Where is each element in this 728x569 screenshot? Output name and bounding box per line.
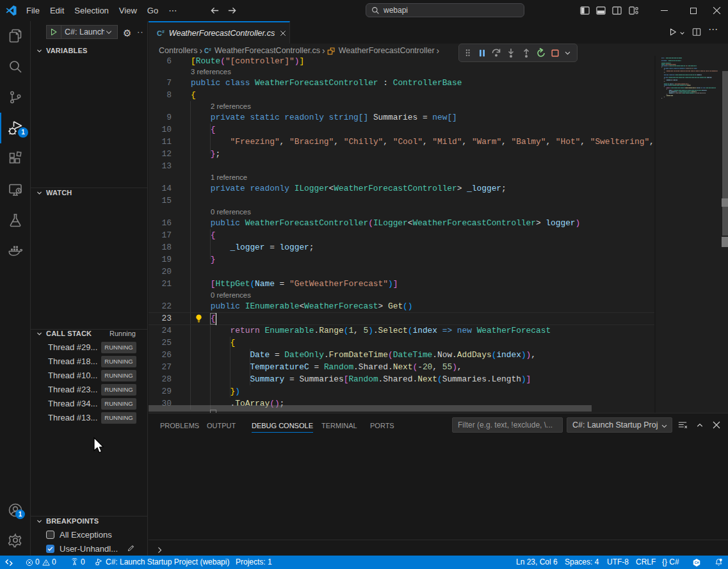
svg-text:C#: C#	[695, 561, 699, 565]
